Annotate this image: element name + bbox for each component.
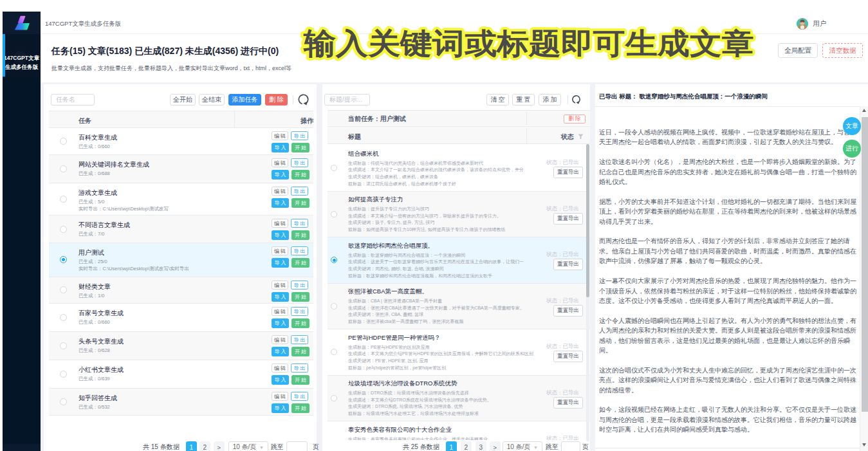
svg-text:输入关键词或标题即可生成文章: 输入关键词或标题即可生成文章 xyxy=(303,27,754,59)
